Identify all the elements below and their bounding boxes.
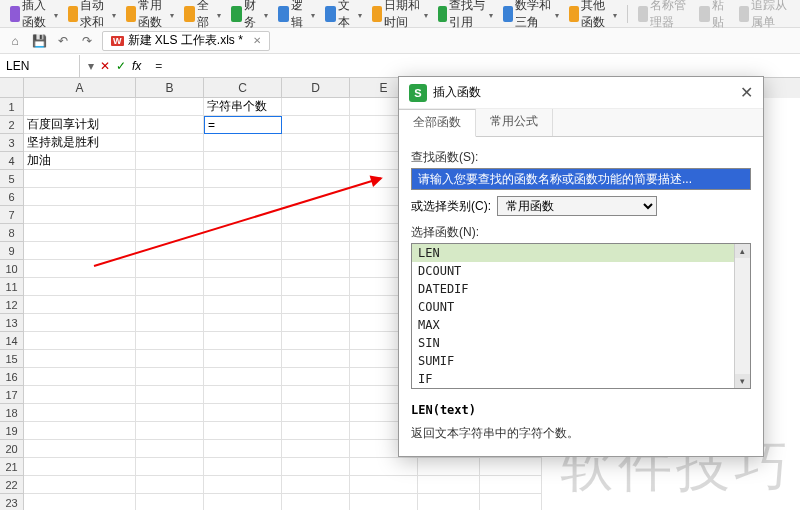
cell-A13[interactable] — [24, 314, 136, 332]
cell-D21[interactable] — [282, 458, 350, 476]
cell-C11[interactable] — [204, 278, 282, 296]
cell-D4[interactable] — [282, 152, 350, 170]
cell-D13[interactable] — [282, 314, 350, 332]
cell-B1[interactable] — [136, 98, 204, 116]
cell-D19[interactable] — [282, 422, 350, 440]
cell-A2[interactable]: 百度回享计划 — [24, 116, 136, 134]
cell-B16[interactable] — [136, 368, 204, 386]
cell-A16[interactable] — [24, 368, 136, 386]
cell-B6[interactable] — [136, 188, 204, 206]
fx-icon[interactable]: fx — [132, 59, 141, 73]
cell-A3[interactable]: 坚持就是胜利 — [24, 134, 136, 152]
cell-A11[interactable] — [24, 278, 136, 296]
cell-C15[interactable] — [204, 350, 282, 368]
cell-D14[interactable] — [282, 332, 350, 350]
row-header-13[interactable]: 13 — [0, 314, 24, 332]
row-header-5[interactable]: 5 — [0, 170, 24, 188]
row-header-6[interactable]: 6 — [0, 188, 24, 206]
row-header-8[interactable]: 8 — [0, 224, 24, 242]
ribbon-文本[interactable]: 文本 — [321, 0, 366, 33]
cell-C16[interactable] — [204, 368, 282, 386]
row-header-11[interactable]: 11 — [0, 278, 24, 296]
ribbon-自动求和[interactable]: 自动求和 — [64, 0, 120, 33]
cell-A8[interactable] — [24, 224, 136, 242]
cell-D15[interactable] — [282, 350, 350, 368]
row-header-3[interactable]: 3 — [0, 134, 24, 152]
ribbon-常用函数[interactable]: 常用函数 — [122, 0, 178, 33]
home-icon[interactable]: ⌂ — [6, 32, 24, 50]
col-header-A[interactable]: A — [24, 78, 136, 98]
cell-A1[interactable] — [24, 98, 136, 116]
cell-B15[interactable] — [136, 350, 204, 368]
col-header-B[interactable]: B — [136, 78, 204, 98]
row-header-2[interactable]: 2 — [0, 116, 24, 134]
ribbon-逻辑[interactable]: 逻辑 — [274, 0, 319, 33]
function-item-MAX[interactable]: MAX — [412, 316, 734, 334]
cell-E23[interactable] — [350, 494, 418, 510]
function-item-IF[interactable]: IF — [412, 370, 734, 388]
cell-C17[interactable] — [204, 386, 282, 404]
cell-A22[interactable] — [24, 476, 136, 494]
cell-D22[interactable] — [282, 476, 350, 494]
cell-A7[interactable] — [24, 206, 136, 224]
cell-K21[interactable] — [480, 458, 542, 476]
cell-C5[interactable] — [204, 170, 282, 188]
cell-D11[interactable] — [282, 278, 350, 296]
row-header-4[interactable]: 4 — [0, 152, 24, 170]
row-header-1[interactable]: 1 — [0, 98, 24, 116]
cell-D12[interactable] — [282, 296, 350, 314]
cell-D17[interactable] — [282, 386, 350, 404]
cell-B5[interactable] — [136, 170, 204, 188]
cell-A14[interactable] — [24, 332, 136, 350]
function-item-SUMIF[interactable]: SUMIF — [412, 352, 734, 370]
ribbon-全部[interactable]: 全部 — [180, 0, 225, 33]
function-item-DATEDIF[interactable]: DATEDIF — [412, 280, 734, 298]
cell-C3[interactable] — [204, 134, 282, 152]
cell-C23[interactable] — [204, 494, 282, 510]
cell-D1[interactable] — [282, 98, 350, 116]
cell-J21[interactable] — [418, 458, 480, 476]
ribbon-其他函数[interactable]: 其他函数 — [565, 0, 621, 33]
search-input[interactable]: 请输入您要查找的函数名称或函数功能的简要描述... — [411, 168, 751, 190]
cell-C22[interactable] — [204, 476, 282, 494]
document-tab[interactable]: W 新建 XLS 工作表.xls * ✕ — [102, 31, 270, 51]
cell-D23[interactable] — [282, 494, 350, 510]
cell-K22[interactable] — [480, 476, 542, 494]
dialog-tab-0[interactable]: 全部函数 — [399, 109, 476, 137]
ribbon-插入函数[interactable]: 插入函数 — [6, 0, 62, 33]
confirm-icon[interactable]: ✓ — [116, 59, 126, 73]
scroll-up-icon[interactable]: ▴ — [735, 244, 750, 258]
cell-A4[interactable]: 加油 — [24, 152, 136, 170]
formula-input[interactable]: = — [149, 59, 800, 73]
cell-B2[interactable] — [136, 116, 204, 134]
row-header-15[interactable]: 15 — [0, 350, 24, 368]
ribbon-数学和三角[interactable]: 数学和三角 — [499, 0, 563, 33]
row-header-16[interactable]: 16 — [0, 368, 24, 386]
ribbon-日期和时间[interactable]: 日期和时间 — [368, 0, 432, 33]
cell-A23[interactable] — [24, 494, 136, 510]
cell-B4[interactable] — [136, 152, 204, 170]
row-header-22[interactable]: 22 — [0, 476, 24, 494]
cell-B17[interactable] — [136, 386, 204, 404]
cell-A15[interactable] — [24, 350, 136, 368]
cell-K23[interactable] — [480, 494, 542, 510]
cell-B10[interactable] — [136, 260, 204, 278]
cell-B3[interactable] — [136, 134, 204, 152]
cell-C4[interactable] — [204, 152, 282, 170]
cell-D8[interactable] — [282, 224, 350, 242]
cell-D2[interactable] — [282, 116, 350, 134]
cell-E21[interactable] — [350, 458, 418, 476]
cell-B19[interactable] — [136, 422, 204, 440]
function-item-DCOUNT[interactable]: DCOUNT — [412, 262, 734, 280]
cell-D9[interactable] — [282, 242, 350, 260]
cell-B8[interactable] — [136, 224, 204, 242]
cell-C19[interactable] — [204, 422, 282, 440]
cell-A21[interactable] — [24, 458, 136, 476]
cell-B13[interactable] — [136, 314, 204, 332]
row-header-7[interactable]: 7 — [0, 206, 24, 224]
row-header-9[interactable]: 9 — [0, 242, 24, 260]
function-item-SIN[interactable]: SIN — [412, 334, 734, 352]
row-header-14[interactable]: 14 — [0, 332, 24, 350]
row-header-12[interactable]: 12 — [0, 296, 24, 314]
ribbon-财务[interactable]: 财务 — [227, 0, 272, 33]
